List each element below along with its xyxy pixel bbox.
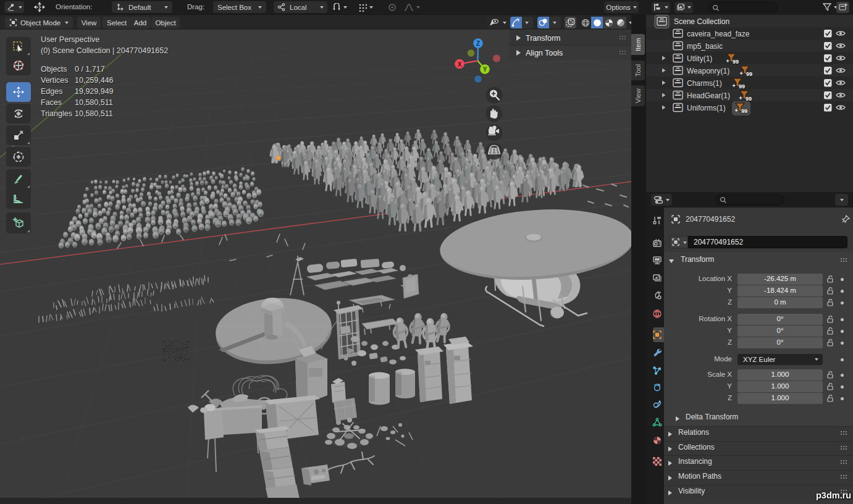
svg-text:User Perspective: User Perspective [41,35,99,44]
svg-text:+: + [726,58,729,64]
svg-text:Objects: Objects [41,65,67,74]
svg-text:Z: Z [476,40,480,47]
svg-text:19,929,949: 19,929,949 [75,87,114,96]
svg-text:HeadGear(1): HeadGear(1) [687,91,730,100]
svg-text:10,580,511: 10,580,511 [75,98,113,107]
svg-text:99: 99 [746,96,752,102]
svg-text:0 / 1,717: 0 / 1,717 [75,65,105,74]
svg-text:+: + [733,83,736,89]
svg-text:Uniforms(1): Uniforms(1) [687,104,726,112]
svg-text:Weaponry(1): Weaponry(1) [687,67,729,75]
svg-text:(0) Scene Collection | 2047704: (0) Scene Collection | 204770491652 [41,46,168,55]
svg-text:Y: Y [483,66,487,73]
svg-text:Transform: Transform [526,34,561,43]
svg-text:Align Tools: Align Tools [526,49,563,57]
svg-text:mp5_basic: mp5_basic [687,42,723,51]
svg-text:Vertices: Vertices [41,76,68,85]
svg-text:+: + [735,107,738,114]
svg-text:Triangles: Triangles [41,109,72,118]
svg-text:99: 99 [733,59,739,65]
svg-text:X: X [458,61,462,68]
svg-text:99: 99 [746,71,752,77]
svg-text:Faces: Faces [41,98,62,107]
svg-text:+: + [740,70,743,77]
svg-text:Edges: Edges [41,87,62,96]
svg-text:99: 99 [741,108,747,114]
svg-text:caveira_head_faze: caveira_head_faze [687,30,750,38]
svg-text:+: + [739,95,742,101]
svg-text:Scene Collection: Scene Collection [674,17,729,26]
svg-text:Charms(1): Charms(1) [687,79,722,88]
svg-text:10,259,446: 10,259,446 [75,76,114,85]
svg-text:10,580,511: 10,580,511 [75,109,113,118]
svg-text:Utlity(1): Utlity(1) [687,54,712,63]
svg-text:99: 99 [739,83,745,90]
